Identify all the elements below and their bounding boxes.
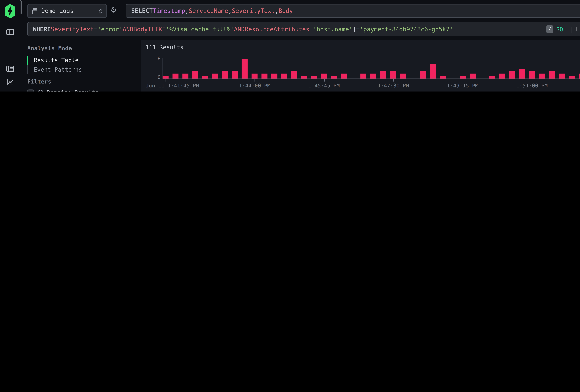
results-panel: 111 Results Scanned Rows: 8192 8 0 Jun 1…: [141, 40, 580, 92]
tab-event-patterns[interactable]: Event Patterns: [34, 65, 82, 74]
x-axis-tick: [532, 79, 532, 81]
histogram-bar: [282, 74, 287, 79]
query-token: ,: [275, 7, 279, 14]
app-window: ? U Demo Logs ⚙ SELECT Timestamp, Servic…: [0, 0, 580, 92]
x-axis-line: [162, 79, 580, 79]
histogram-bar: [222, 71, 228, 79]
filters-title: Filters: [27, 79, 51, 85]
histogram-bar: [242, 59, 248, 79]
denoise-icon: [37, 89, 43, 91]
x-axis-tick: [463, 79, 463, 81]
query-token: Body: [134, 26, 148, 33]
histogram-bar: [509, 71, 515, 79]
histogram-bar: [232, 71, 238, 79]
query-token: AND: [123, 26, 134, 33]
query-language-toggle[interactable]: / SQL | Lucene: [546, 25, 580, 33]
query-token: AND: [234, 26, 245, 33]
query-token: ResourceAttributes: [245, 26, 309, 33]
histogram-bar: [400, 74, 406, 79]
histogram-bar: [212, 74, 218, 79]
y-axis-max-label: 8: [153, 56, 160, 61]
where-query-input[interactable]: WHERE SeverityText = 'error' AND Body IL…: [27, 22, 580, 36]
histogram-bar: [470, 74, 475, 79]
toggle-sidebar-icon[interactable]: [6, 28, 14, 36]
query-token: Timestamp: [153, 7, 185, 14]
query-token: 'payment-84db9748c6-gb5k7': [360, 26, 453, 33]
histogram-bar: [291, 71, 297, 79]
histogram-bar: [519, 69, 525, 79]
histogram-bar: [262, 74, 268, 79]
histogram-bar: [252, 74, 258, 79]
histogram-bar: [460, 76, 465, 79]
x-axis-tick: [393, 79, 394, 81]
source-selector-value: Demo Logs: [41, 7, 74, 14]
histogram-bar: [311, 76, 317, 79]
histogram-bar: [202, 76, 208, 79]
language-lucene[interactable]: Lucene: [576, 26, 580, 33]
histogram-bar: [549, 71, 555, 79]
query-token: ILIKE: [148, 26, 166, 33]
source-settings-gear-icon[interactable]: ⚙: [110, 6, 117, 14]
query-token: =: [356, 26, 360, 33]
query-token: ]: [353, 26, 356, 33]
query-token: WHERE: [33, 26, 51, 33]
query-token: ServiceName: [189, 7, 228, 14]
histogram-bar: [192, 71, 198, 79]
x-axis-label: 1:44:00 PM: [239, 82, 270, 88]
where-tokens: WHERE SeverityText = 'error' AND Body IL…: [33, 26, 453, 33]
denoise-checkbox[interactable]: [27, 89, 34, 91]
histogram-bar: [172, 74, 178, 79]
analysis-mode-title: Analysis Mode: [27, 45, 72, 52]
select-chevrons-icon: [99, 9, 102, 13]
histogram-bar: [321, 74, 327, 79]
histogram-bar: [162, 76, 168, 79]
search-logs-icon[interactable]: [6, 65, 14, 73]
active-indicator: [27, 56, 28, 65]
query-token: ,: [185, 7, 189, 14]
histogram-bar: [341, 74, 347, 79]
histogram-bar: [430, 64, 436, 79]
histogram-bar: [272, 74, 277, 79]
query-token: ,: [228, 7, 232, 14]
x-axis-label: 1:45:45 PM: [308, 82, 340, 88]
histogram-bar: [489, 76, 495, 79]
results-count: 111 Results: [146, 44, 183, 51]
histogram-bar: [569, 76, 575, 79]
database-icon: [32, 8, 38, 14]
analysis-mode-track: [27, 56, 28, 74]
language-sql[interactable]: SQL: [556, 26, 567, 33]
histogram-bar: [390, 71, 396, 79]
histogram-bar: [331, 76, 337, 79]
chart-explorer-icon[interactable]: [6, 78, 14, 87]
x-axis-tick: [165, 79, 166, 81]
denoise-results-row: Denoise Results: [27, 89, 99, 92]
select-clause-input[interactable]: SELECT Timestamp, ServiceName, SeverityT…: [126, 4, 580, 18]
histogram-bar: [499, 74, 505, 79]
query-token: '%Visa cache full%': [166, 26, 234, 33]
language-separator: |: [570, 26, 573, 33]
source-selector[interactable]: Demo Logs: [27, 4, 107, 18]
query-token: =: [94, 26, 97, 33]
histogram-bar: [440, 76, 446, 79]
histogram-bar: [420, 71, 426, 79]
query-token: 'host.name': [313, 26, 353, 33]
x-axis-label: 1:49:15 PM: [447, 82, 478, 88]
query-token: SeverityText: [232, 7, 275, 14]
query-token: SELECT: [131, 7, 153, 14]
hyperdx-logo-icon[interactable]: [5, 4, 15, 18]
histogram-bar: [529, 71, 535, 79]
histogram-bar: [301, 76, 307, 79]
query-token: [: [309, 26, 313, 33]
query-token: SeverityText: [51, 26, 94, 33]
histogram-bar: [559, 74, 565, 79]
histogram-bar: [539, 74, 545, 79]
tab-results-table[interactable]: Results Table: [34, 56, 79, 65]
results-histogram[interactable]: [162, 58, 580, 79]
query-token: 'error': [97, 26, 123, 33]
x-axis-tick: [255, 79, 255, 81]
slash-shortcut-badge: /: [546, 25, 553, 33]
query-token: Body: [279, 7, 293, 14]
histogram-bar: [371, 74, 376, 79]
x-axis-label: 1:51:00 PM: [516, 82, 548, 88]
histogram-bar: [182, 74, 188, 79]
